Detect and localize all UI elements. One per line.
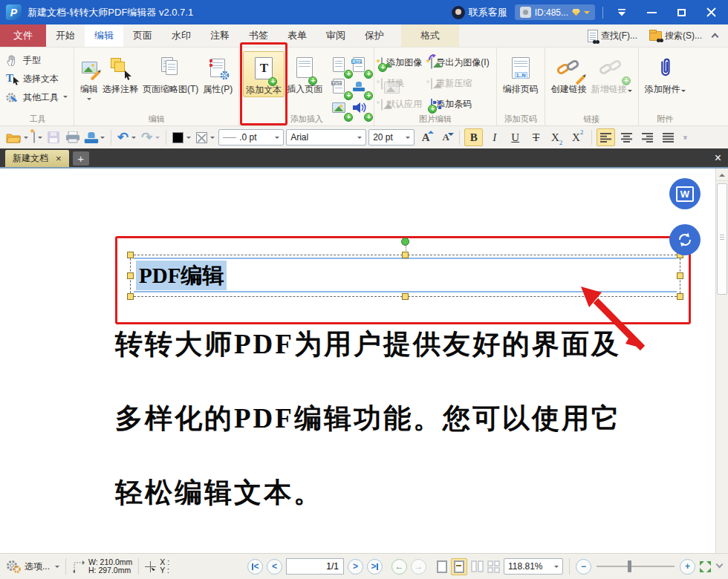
align-right-button[interactable] [638,128,657,146]
align-left-button[interactable] [597,128,615,146]
print-button[interactable] [64,128,82,146]
close-icon [706,7,716,17]
arrange-page-number-button[interactable]: 1..N 编排页码 [501,51,541,96]
bold-button[interactable]: B [464,128,483,146]
zoom-slider[interactable] [597,560,675,572]
line-width-select[interactable]: .0 pt [218,129,284,145]
resize-handle[interactable] [127,272,134,279]
fullscreen-icon[interactable] [699,560,712,573]
strikethrough-button[interactable]: T [527,128,545,146]
insert-txt-button[interactable]: TXT+ [329,76,348,96]
menu-tab-format[interactable]: 格式 [401,24,459,47]
subscript-button[interactable]: X2 [547,128,566,146]
new-file-button[interactable]: * [32,128,44,146]
document-tab[interactable]: 新建文档 × [5,150,69,167]
resize-handle[interactable] [677,272,683,279]
convert-fab[interactable] [669,224,701,255]
menu-tab-form[interactable]: 表单 [278,24,316,47]
menu-tab-bookmark[interactable]: 书签 [239,24,278,47]
menu-tab-home[interactable]: 开始 [46,24,85,47]
create-link-button[interactable]: 创建链接 [549,51,589,96]
fit-width-view-button[interactable] [451,558,467,575]
page-size-icon [72,560,85,573]
increase-font-button[interactable]: A [417,131,435,144]
search-button[interactable]: 搜索(S)... [665,30,702,42]
align-center-button[interactable] [617,128,636,146]
ribbon-group-links: 创建链接 + 新增链接 链接 [545,48,639,125]
zoom-slider-thumb[interactable] [628,560,631,572]
single-page-view-button[interactable] [437,560,447,573]
close-button[interactable] [700,4,722,22]
resize-handle[interactable] [127,293,134,300]
add-text-button[interactable]: T + 添加文本 [243,51,285,97]
menu-tab-watermark[interactable]: 水印 [162,24,201,47]
maximize-button[interactable] [670,4,692,22]
more-tools-button[interactable]: » [680,128,692,146]
last-page-button[interactable]: > [367,559,383,575]
superscript-button[interactable]: X2 [568,128,587,146]
close-document-icon[interactable]: × [715,152,721,164]
undo-button[interactable]: ↶ [116,128,137,146]
menu-tab-edit[interactable]: 编辑 [85,24,123,47]
next-page-button[interactable]: > [348,559,363,575]
add-image-button[interactable]: + 添加图像 [381,54,422,71]
menu-tab-page[interactable]: 页面 [123,24,162,47]
find-button[interactable]: 查找(F)... [601,30,637,42]
options-button[interactable]: 选项... [25,560,59,573]
page-thumbnails-button[interactable]: 页面缩略图(T) [140,51,201,96]
document-canvas[interactable]: W PDF编辑 转转大师PD [0,169,728,553]
fill-color-button[interactable] [171,128,192,146]
resize-handle[interactable] [677,293,683,300]
page-number-input[interactable] [286,558,344,575]
open-file-button[interactable] [4,128,30,146]
font-family-select[interactable]: Arial [286,129,366,145]
zoom-out-button[interactable]: − [576,559,591,575]
stamp-tool-button[interactable] [84,128,106,146]
italic-button[interactable]: I [485,128,504,146]
add-barcode-button[interactable]: + 添加条码 [431,96,489,113]
decrease-font-button[interactable]: A [437,131,455,143]
export-image-button[interactable]: 导出为图像(I) [431,54,489,71]
collapse-panel-icon[interactable] [712,33,719,41]
hand-tool-button[interactable]: 手型 [5,53,41,68]
first-page-button[interactable]: < [247,559,263,575]
new-tab-button[interactable]: + [73,151,89,166]
export-to-word-fab[interactable]: W [669,178,701,209]
add-barcode-label: 添加条码 [436,98,472,111]
select-annotation-button[interactable]: 选择注释 [100,51,140,96]
zoom-level-select[interactable]: 118.81% [504,558,563,575]
scroll-up-button[interactable] [716,169,728,181]
statusbar-expand-icon[interactable] [716,560,724,568]
resize-handle[interactable] [402,293,409,300]
user-id-badge[interactable]: ID:485... [515,4,595,20]
underline-button[interactable]: U [506,128,524,146]
resize-handle[interactable] [127,252,134,258]
previous-view-button[interactable]: ← [391,559,407,575]
collapse-ribbon-button[interactable] [611,4,633,22]
resize-handle[interactable] [402,252,409,258]
insert-page-button[interactable]: + 插入页面 [285,51,325,96]
align-justify-button[interactable] [659,128,677,146]
rotate-handle[interactable] [401,238,409,246]
contact-support-button[interactable]: 联系客服 [452,6,507,19]
minimize-button[interactable] [640,4,663,22]
scrollbar-thumb[interactable] [717,183,727,295]
edit-button[interactable]: 编辑 [78,51,100,102]
menu-tab-review[interactable]: 审阅 [316,24,355,47]
menu-tab-protect[interactable]: 保护 [355,24,394,47]
menu-tab-annotate[interactable]: 注释 [201,24,239,47]
previous-page-button[interactable]: < [267,559,282,575]
menu-tab-file[interactable]: 文件 [0,24,46,47]
add-attachment-button[interactable]: 添加附件 [643,51,688,96]
insert-blank-page-button[interactable]: + [329,54,348,75]
add-attachment-label: 添加附件 [645,83,680,96]
zoom-in-button[interactable]: + [680,559,695,575]
select-text-button[interactable]: T 选择文本 [5,71,59,86]
properties-button[interactable]: 属性(P) [201,51,235,96]
vertical-scrollbar[interactable] [715,169,728,553]
textbox-text[interactable]: PDF编辑 [136,261,227,290]
font-size-select[interactable]: 20 pt [368,129,415,145]
other-tools-button[interactable]: 其他工具 [5,90,68,105]
tab-close-icon[interactable]: × [56,154,62,163]
stroke-color-button[interactable] [195,128,216,146]
